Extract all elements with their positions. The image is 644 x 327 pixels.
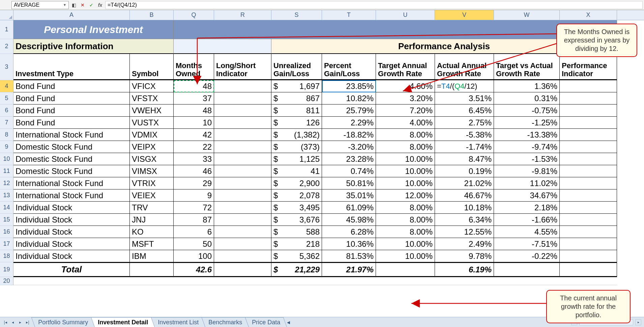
cell-U12[interactable]: 10.00% <box>376 177 435 189</box>
cell-Q18[interactable]: 100 <box>174 250 214 262</box>
row-header-1[interactable]: 1 <box>0 20 13 39</box>
cell-R5[interactable] <box>214 92 271 105</box>
cell-Q14[interactable]: 72 <box>174 202 214 214</box>
cell-U6[interactable]: 7.20% <box>376 105 435 117</box>
col-header-W[interactable]: W <box>494 10 560 20</box>
cell-V8[interactable]: -5.38% <box>435 129 494 141</box>
cell-B10[interactable]: VISGX <box>130 153 174 165</box>
cell-T7[interactable]: 2.29% <box>322 117 376 129</box>
descriptive-header[interactable]: Descriptive Information <box>13 39 174 54</box>
fx-icon[interactable]: fx <box>96 1 104 9</box>
cell-S11[interactable]: $41 <box>271 165 322 177</box>
cell-A4[interactable]: Bond Fund <box>13 80 130 92</box>
hdr-target-vs-actual[interactable]: Target vs Actual Growth Rate <box>494 54 560 80</box>
name-box[interactable]: AVERAGE ▼ <box>11 1 69 9</box>
cell-U11[interactable]: 10.00% <box>376 165 435 177</box>
total-symbol[interactable] <box>130 262 174 277</box>
row-header-18[interactable]: 18 <box>0 250 13 262</box>
cell-B15[interactable]: JNJ <box>130 214 174 226</box>
cell-T16[interactable]: 6.28% <box>322 226 376 238</box>
cell-B18[interactable]: IBM <box>130 250 174 262</box>
col-header-T[interactable]: T <box>322 10 376 20</box>
cell-W16[interactable]: 4.55% <box>494 226 560 238</box>
total-months[interactable]: 42.6 <box>174 262 214 277</box>
cell-W8[interactable]: -13.38% <box>494 129 560 141</box>
cell-U13[interactable]: 12.00% <box>376 189 435 202</box>
cell-T14[interactable]: 61.09% <box>322 202 376 214</box>
row-header-4[interactable]: 4 <box>0 80 13 92</box>
cell-B14[interactable]: TRV <box>130 202 174 214</box>
cell-B7[interactable]: VUSTX <box>130 117 174 129</box>
cell-Q15[interactable]: 87 <box>174 214 214 226</box>
cell-R10[interactable] <box>214 153 271 165</box>
cell-V12[interactable]: 21.02% <box>435 177 494 189</box>
row-header-3[interactable]: 3 <box>0 54 13 80</box>
cell-B5[interactable]: VFSTX <box>130 92 174 105</box>
hdr-long-short[interactable]: Long/Short Indicator <box>214 54 271 80</box>
cell-R11[interactable] <box>214 165 271 177</box>
cell-A11[interactable]: Domestic Stock Fund <box>13 165 130 177</box>
cell-V6[interactable]: 6.45% <box>435 105 494 117</box>
cell-X6[interactable] <box>560 105 617 117</box>
cell-U16[interactable]: 8.00% <box>376 226 435 238</box>
cell-V7[interactable]: 2.75% <box>435 117 494 129</box>
hdr-unrealized-gl[interactable]: Unrealized Gain/Loss <box>271 54 322 80</box>
cell-A12[interactable]: International Stock Fund <box>13 177 130 189</box>
tab-nav-prev[interactable]: ◂ <box>9 319 16 326</box>
cell-S12[interactable]: $2,900 <box>271 177 322 189</box>
row-header-17[interactable]: 17 <box>0 238 13 250</box>
cell-R13[interactable] <box>214 189 271 202</box>
cell-U8[interactable]: 8.00% <box>376 129 435 141</box>
cell-R12[interactable] <box>214 177 271 189</box>
cell-B6[interactable]: VWEHX <box>130 105 174 117</box>
cell-V18[interactable]: 9.78% <box>435 250 494 262</box>
empty-row-cell[interactable] <box>13 277 617 285</box>
cell-V15[interactable]: 6.34% <box>435 214 494 226</box>
cell-R17[interactable] <box>214 238 271 250</box>
cell-S4[interactable]: $1,697 <box>271 80 322 92</box>
cell-T8[interactable]: -18.82% <box>322 129 376 141</box>
formula-input[interactable]: =T4/(Q4/12) <box>105 1 643 9</box>
cell-A18[interactable]: Individual Stock <box>13 250 130 262</box>
cell-S9[interactable]: $(373) <box>271 141 322 153</box>
cell-B16[interactable]: KO <box>130 226 174 238</box>
cell-T11[interactable]: 0.74% <box>322 165 376 177</box>
col-header-B[interactable]: B <box>130 10 174 20</box>
cell-V10[interactable]: 8.47% <box>435 153 494 165</box>
row-header-9[interactable]: 9 <box>0 141 13 153</box>
cell-U9[interactable]: 8.00% <box>376 141 435 153</box>
cell-V14[interactable]: 10.18% <box>435 202 494 214</box>
accept-formula-button[interactable]: ✓ <box>88 1 95 9</box>
cell-U4[interactable]: 4.60% <box>376 80 435 92</box>
cell-R14[interactable] <box>214 202 271 214</box>
cell-A5[interactable]: Bond Fund <box>13 92 130 105</box>
row-header-16[interactable]: 16 <box>0 226 13 238</box>
cell-A15[interactable]: Individual Stock <box>13 214 130 226</box>
total-pct[interactable]: 21.97% <box>322 262 376 277</box>
total-act[interactable]: 6.19% <box>435 262 494 277</box>
cell-B12[interactable]: VTRIX <box>130 177 174 189</box>
cell-Q7[interactable]: 10 <box>174 117 214 129</box>
cell-Q9[interactable]: 22 <box>174 141 214 153</box>
cell-T13[interactable]: 35.01% <box>322 189 376 202</box>
title-cell[interactable]: Personal Investment <box>13 20 174 39</box>
hscroll-right[interactable]: ▸ <box>635 319 641 325</box>
cell-V11[interactable]: 0.19% <box>435 165 494 177</box>
cell-Q6[interactable]: 48 <box>174 105 214 117</box>
range-picker-icon[interactable]: ◧ <box>70 1 78 9</box>
cell-S14[interactable]: $3,495 <box>271 202 322 214</box>
cell-T15[interactable]: 45.98% <box>322 214 376 226</box>
cell-W13[interactable]: 34.67% <box>494 189 560 202</box>
cell-U18[interactable]: 10.00% <box>376 250 435 262</box>
row-header-5[interactable]: 5 <box>0 92 13 105</box>
hdr-target-growth[interactable]: Target Annual Growth Rate <box>376 54 435 80</box>
cell-A13[interactable]: International Stock Fund <box>13 189 130 202</box>
cell-X12[interactable] <box>560 177 617 189</box>
hdr-actual-growth[interactable]: Actual Annual Growth Rate <box>435 54 494 80</box>
cell-T12[interactable]: 50.81% <box>322 177 376 189</box>
cell-A16[interactable]: Individual Stock <box>13 226 130 238</box>
cell-U15[interactable]: 8.00% <box>376 214 435 226</box>
cell-T6[interactable]: 25.79% <box>322 105 376 117</box>
select-all-corner[interactable] <box>0 10 13 20</box>
cell-W17[interactable]: -7.51% <box>494 238 560 250</box>
